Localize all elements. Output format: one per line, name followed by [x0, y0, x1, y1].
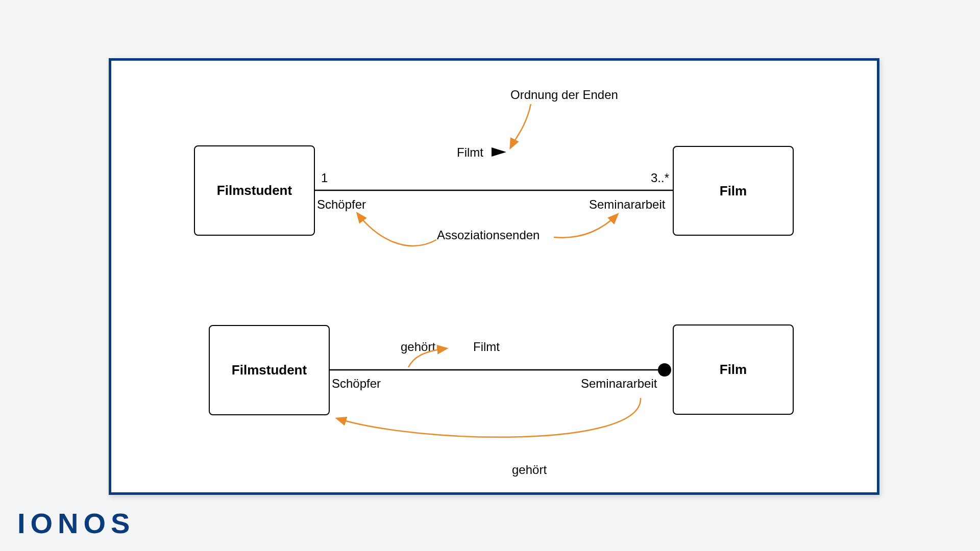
multiplicity-left-top: 1: [321, 171, 328, 185]
class-name: Filmstudent: [217, 183, 292, 198]
annotation-ordnung: Ordnung der Enden: [510, 88, 618, 102]
annotation-assoziationsenden: Assoziationsenden: [437, 228, 540, 242]
association-label-filmt-bottom: Filmt: [473, 340, 500, 354]
uml-class-filmstudent-top: Filmstudent: [194, 145, 315, 236]
diagram-frame: [109, 58, 879, 495]
annotation-gehoert-bottom: gehört: [512, 463, 547, 477]
role-right-bottom: Seminararbeit: [581, 377, 657, 391]
multiplicity-right-top: 3..*: [651, 171, 669, 185]
role-left-top: Schöpfer: [317, 197, 366, 212]
class-name: Film: [720, 362, 747, 378]
association-label-gehoert-bottom: gehört: [401, 340, 435, 354]
class-name: Filmstudent: [232, 362, 307, 378]
uml-class-film-bottom: Film: [673, 324, 794, 415]
role-left-bottom: Schöpfer: [332, 377, 381, 391]
uml-class-filmstudent-bottom: Filmstudent: [209, 325, 330, 415]
uml-class-film-top: Film: [673, 146, 794, 236]
role-right-top: Seminararbeit: [589, 197, 665, 212]
association-label-filmt-top: Filmt: [457, 145, 483, 160]
ionos-logo: IONOS: [17, 507, 135, 540]
class-name: Film: [720, 183, 747, 199]
